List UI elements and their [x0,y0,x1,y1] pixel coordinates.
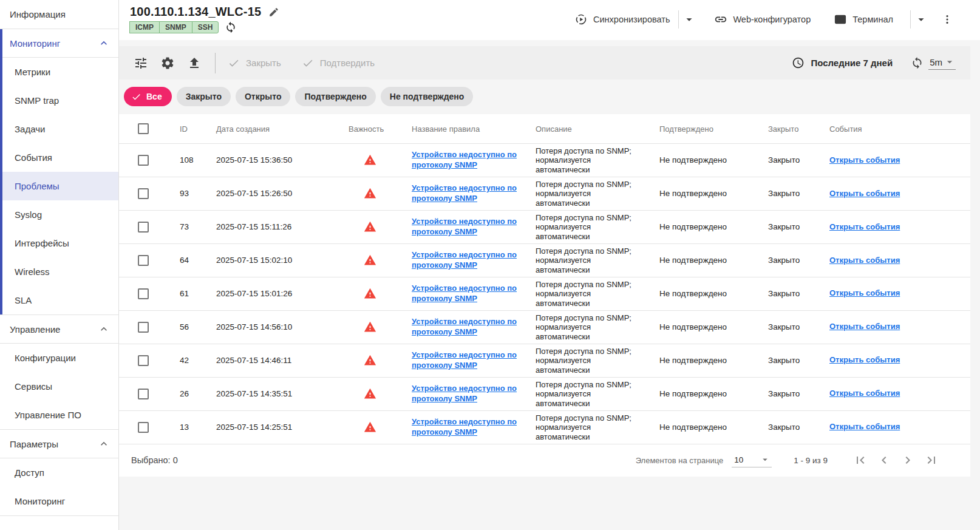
cell-closed: Закрыто [768,222,829,231]
open-events-link[interactable]: Открыть события [829,322,900,332]
time-range-button[interactable]: Последние 7 дней [792,56,893,69]
rule-link[interactable]: Устройство недоступно по протоколу SNMP [412,350,521,371]
warning-triangle-icon [364,254,404,267]
open-events-link[interactable]: Открыть события [829,155,900,166]
acknowledge-button[interactable]: Подтвердить [302,57,375,69]
refresh-status-button[interactable] [225,21,237,33]
link-icon [714,13,727,26]
filter-settings-button[interactable] [134,56,148,70]
warning-triangle-icon [364,154,404,166]
sidebar-item-label: Проблемы [15,181,60,191]
sidebar-item[interactable]: Syslog [0,200,118,229]
open-events-link[interactable]: Открыть события [829,256,900,266]
cell-description: Потеря доступа по SNMP; нормализуется ав… [536,411,646,444]
sidebar-item[interactable]: Проблемы [0,172,118,200]
export-button[interactable] [187,56,202,70]
sidebar-item[interactable]: SNMP trap [0,86,118,115]
cell-closed: Закрыто [768,389,829,398]
table-settings-button[interactable] [160,56,175,70]
refresh-interval-select[interactable]: 5m [928,56,956,70]
rule-link[interactable]: Устройство недоступно по протоколу SNMP [412,384,521,404]
filter-chip[interactable]: Не подтверждено [381,87,474,106]
sidebar-item[interactable]: Интерфейсы [0,229,118,257]
open-events-link[interactable]: Открыть события [829,422,900,432]
sidebar-item[interactable]: Мониторинг [0,487,118,515]
cell-description: Потеря доступа по SNMP; нормализуется ав… [536,211,646,243]
cell-acknowledged: Не подтверждено [657,189,768,198]
filter-chip[interactable]: Открыто [236,87,290,106]
sidebar-item[interactable]: Сервисы [0,372,118,401]
row-checkbox[interactable] [138,222,149,233]
auto-refresh-button[interactable] [911,56,924,69]
cell-created: 2025-07-15 14:35:51 [216,389,345,398]
row-checkbox[interactable] [138,389,149,399]
sidebar-item[interactable]: Конфигурации [0,344,118,372]
row-checkbox[interactable] [138,422,149,433]
rule-link[interactable]: Устройство недоступно по протоколу SNMP [412,183,521,204]
sync-button-label: Синхронизировать [593,15,670,24]
rule-link[interactable]: Устройство недоступно по протоколу SNMP [412,217,521,237]
open-events-link[interactable]: Открыть события [829,355,900,365]
terminal-dropdown-button[interactable] [914,13,928,26]
refresh-icon [225,21,237,33]
last-page-button[interactable] [924,453,939,467]
per-page-select[interactable]: 10 [732,453,772,467]
next-page-button[interactable] [900,453,915,467]
sidebar-section-header-parameters[interactable]: Параметры [0,430,118,458]
table-row: 108 2025-07-15 15:36:50 Устройство недос… [119,143,970,177]
sidebar-section-header-monitoring[interactable]: Мониторинг [0,29,118,58]
sidebar-item-information[interactable]: Информация [0,0,118,29]
sidebar-section-header-management[interactable]: Управление [0,315,118,344]
prev-page-button[interactable] [877,453,891,467]
more-menu-button[interactable] [941,13,953,25]
close-problems-label: Закрыть [246,58,281,68]
sidebar-item[interactable]: События [0,143,118,172]
sidebar-item[interactable]: Доступ [0,458,118,487]
rule-link[interactable]: Устройство недоступно по протоколу SNMP [412,317,521,338]
sidebar-item[interactable]: SLA [0,286,118,314]
divider [678,10,679,29]
row-checkbox[interactable] [138,355,149,366]
selected-count-label: Выбрано: 0 [131,455,178,465]
row-checkbox[interactable] [138,255,149,266]
sidebar-item[interactable]: Задачи [0,115,118,143]
cell-description: Потеря доступа по SNMP; нормализуется ав… [536,277,646,310]
sidebar-item-label: Конфигурации [15,353,76,363]
rule-link[interactable]: Устройство недоступно по протоколу SNMP [412,250,521,271]
select-all-checkbox[interactable] [138,123,149,134]
device-title: 100.110.1.134_WLC-15 [130,5,261,19]
sync-dropdown-button[interactable] [682,13,696,26]
page-range-label: 1 - 9 из 9 [794,456,828,465]
rule-link[interactable]: Устройство недоступно по протоколу SNMP [412,417,521,438]
sidebar-item[interactable]: Wireless [0,257,118,286]
caret-down-icon [760,454,771,465]
open-events-link[interactable]: Открыть события [829,189,900,199]
terminal-button[interactable]: Терминал [829,9,898,30]
sync-button[interactable]: Синхронизировать [570,9,675,30]
open-events-link[interactable]: Открыть события [829,288,900,299]
row-checkbox[interactable] [138,288,149,299]
warning-triangle-icon [364,187,404,200]
row-checkbox[interactable] [138,155,149,166]
close-problems-button[interactable]: Закрыть [228,57,281,69]
web-configurator-button[interactable]: Web-конфигуратор [709,9,815,30]
rule-link[interactable]: Устройство недоступно по протоколу SNMP [412,284,521,304]
column-header-closed: Закрыто [768,124,829,134]
filter-chip[interactable]: Закрыто [177,87,231,106]
cell-acknowledged: Не подтверждено [657,155,768,165]
edit-device-name-button[interactable] [268,7,279,18]
filter-chip[interactable]: Подтверждено [295,87,375,106]
rule-link[interactable]: Устройство недоступно по протоколу SNMP [412,150,521,171]
open-events-link[interactable]: Открыть события [829,389,900,399]
row-checkbox[interactable] [138,322,149,333]
first-page-button[interactable] [853,453,868,467]
sidebar-item[interactable]: Метрики [0,58,118,86]
acknowledge-label: Подтвердить [320,58,375,68]
sidebar-item[interactable]: Управление ПО [0,401,118,429]
row-checkbox[interactable] [138,188,149,199]
open-events-link[interactable]: Открыть события [829,222,900,233]
filter-chip[interactable]: Все [124,87,172,106]
sidebar-item-label: Метрики [15,67,50,77]
cell-id: 13 [172,423,216,432]
check-icon [228,57,240,69]
